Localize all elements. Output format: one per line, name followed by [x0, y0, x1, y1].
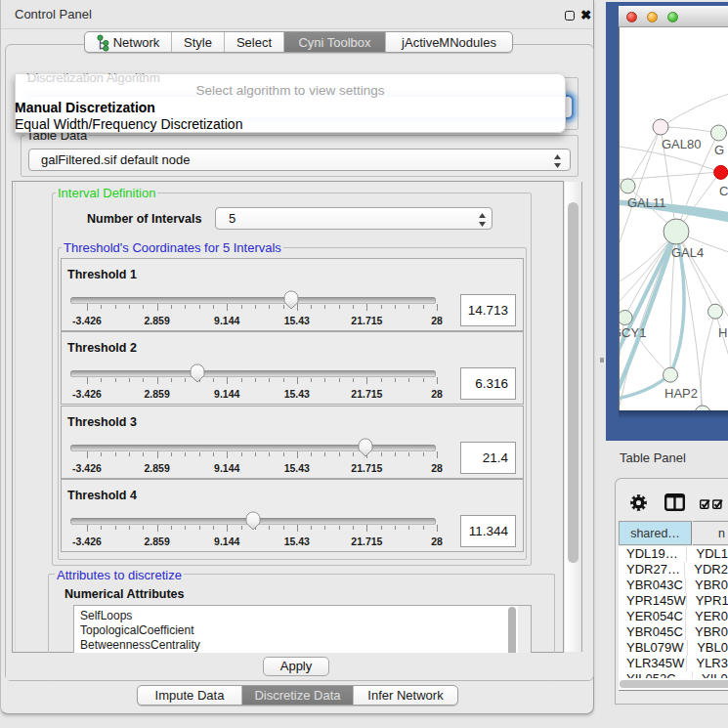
- svg-text:H: H: [718, 325, 727, 340]
- svg-text:GAL80: GAL80: [662, 137, 701, 151]
- svg-text:C: C: [719, 184, 728, 198]
- svg-text:HAP2: HAP2: [664, 386, 698, 401]
- svg-text:GCY1: GCY1: [620, 325, 646, 340]
- svg-text:GAL11: GAL11: [627, 195, 666, 210]
- svg-text:GAL4: GAL4: [671, 245, 704, 260]
- svg-text:G: G: [714, 143, 724, 157]
